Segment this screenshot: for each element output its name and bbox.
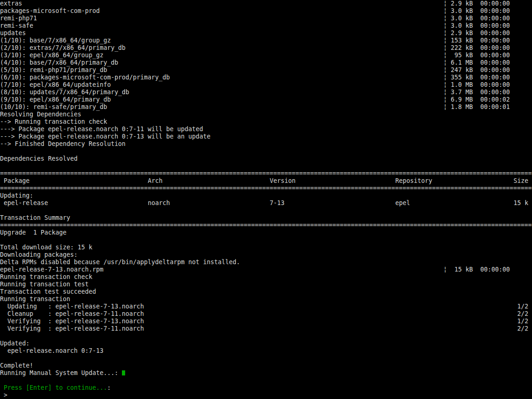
terminal-line: remi-safe¦ 3.0 kB 00:00:00 <box>0 22 532 30</box>
terminal-text: Verifying : epel-release-7-11.noarch <box>0 325 144 332</box>
terminal-screen[interactable]: extras¦ 2.9 kB 00:00:00packages-microsof… <box>0 0 532 399</box>
terminal-text: ¦ 2.9 kB 00:00:00 <box>443 30 510 37</box>
terminal-line: ========================================… <box>0 170 532 177</box>
progress-counter: 2/2 <box>517 325 528 332</box>
terminal-text: ---> Package epel-release.noarch 0:7-11 … <box>0 126 203 133</box>
terminal-text: Resolving Dependencies <box>0 111 81 118</box>
terminal-line: Resolving Dependencies <box>0 111 532 118</box>
terminal-text: : <box>107 384 111 392</box>
cell-package: epel-release <box>4 200 48 207</box>
terminal-line: (8/10): updates/7/x86_64/primary_db¦ 3.7… <box>0 89 532 96</box>
terminal-text: Verifying : epel-release-7-13.noarch <box>0 318 144 325</box>
terminal-text: Running Manual System Update...: <box>0 369 122 377</box>
terminal-line: Verifying : epel-release-7-11.noarch2/2 <box>0 325 532 332</box>
separator-line: ========================================… <box>0 222 532 229</box>
terminal-line: remi-php71¦ 3.0 kB 00:00:00 <box>0 15 532 22</box>
terminal-line: Running transaction <box>0 296 532 303</box>
terminal-line: Press [Enter] to continue...: <box>0 384 532 392</box>
terminal-text: Transaction test succeeded <box>0 288 96 296</box>
terminal-text: (10/10): remi-safe/primary_db <box>0 103 107 111</box>
terminal-text: (6/10): packages-microsoft-com-prod/prim… <box>0 74 170 81</box>
separator-line: ========================================… <box>0 170 532 177</box>
terminal-text: Total download size: 15 k <box>0 244 92 251</box>
terminal-text: epel-release.noarch 0:7-13 <box>0 347 103 355</box>
terminal-text: ¦ 3.0 kB 00:00:00 <box>443 22 510 30</box>
terminal-line: epel-releasenoarch7-13epel15 k <box>0 200 532 207</box>
terminal-line: (3/10): epel/x86_64/group_gz¦ 95 kB 00:0… <box>0 52 532 59</box>
column-header-arch: Arch <box>148 177 163 185</box>
terminal-text: Delta RPMs disabled because /usr/bin/app… <box>0 259 240 266</box>
terminal-text: ¦ 247 kB 00:00:00 <box>443 66 510 74</box>
terminal-line: (6/10): packages-microsoft-com-prod/prim… <box>0 74 532 81</box>
terminal-text: Running transaction <box>0 296 70 303</box>
terminal-text: remi-safe <box>0 22 33 30</box>
press-enter-prompt: Press [Enter] to continue... <box>0 384 107 392</box>
terminal-text: (2/10): extras/7/x86_64/primary_db <box>0 44 126 52</box>
terminal-line: Complete! <box>0 362 532 369</box>
terminal-text: Running transaction check <box>0 273 92 281</box>
terminal-text: --> Running transaction check <box>0 118 107 126</box>
terminal-line: packages-microsoft-com-prod¦ 3.0 kB 00:0… <box>0 7 532 15</box>
terminal-text: (1/10): base/7/x86_64/group_gz <box>0 37 111 44</box>
terminal-text: remi-php71 <box>0 15 37 22</box>
terminal-text: ¦ 95 kB 00:00:00 <box>443 52 510 59</box>
terminal-line: Upgrade 1 Package <box>0 229 532 236</box>
terminal-line: (1/10): base/7/x86_64/group_gz¦ 153 kB 0… <box>0 37 532 44</box>
terminal-text: extras <box>0 0 22 7</box>
terminal-text: (3/10): epel/x86_64/group_gz <box>0 52 103 59</box>
terminal-text: ---> Package epel-release.noarch 0:7-13 … <box>0 133 211 140</box>
terminal-text: ¦ 153 kB 00:00:00 <box>443 37 510 44</box>
terminal-text: Downloading packages: <box>0 251 78 259</box>
terminal-text: ¦ 6.1 MB 00:00:00 <box>443 59 510 66</box>
terminal-text: ¦ 2.9 kB 00:00:00 <box>443 0 510 7</box>
terminal-text: Running transaction test <box>0 281 89 288</box>
terminal-text: epel-release-7-13.noarch.rpm <box>0 266 103 273</box>
terminal-text: Updated: <box>0 340 30 347</box>
terminal-text: (8/10): updates/7/x86_64/primary_db <box>0 89 129 96</box>
terminal-line: PackageArchVersionRepositorySize <box>0 177 532 185</box>
cell-arch: noarch <box>148 200 170 207</box>
terminal-line: --> Finished Dependency Resolution <box>0 140 532 148</box>
terminal-text: ¦ 355 kB 00:00:00 <box>443 74 510 81</box>
column-header-size: Size <box>514 177 528 185</box>
terminal-line: epel-release.noarch 0:7-13 <box>0 347 532 355</box>
terminal-text: ¦ 1.0 MB 00:00:00 <box>443 81 510 89</box>
terminal-text: Cleanup : epel-release-7-11.noarch <box>0 310 144 318</box>
terminal-text: ¦ 15 kB 00:00:00 <box>443 266 510 273</box>
terminal-line: Transaction Summary <box>0 214 532 222</box>
progress-counter: 2/2 <box>517 310 528 318</box>
cursor-block-icon <box>122 370 125 375</box>
terminal-text: --> Finished Dependency Resolution <box>0 140 126 148</box>
terminal-line: (9/10): epel/x86_64/primary_db¦ 6.9 MB 0… <box>0 96 532 103</box>
terminal-line: (4/10): base/7/x86_64/primary_db¦ 6.1 MB… <box>0 59 532 66</box>
terminal-line: (5/10): remi-php71/primary_db¦ 247 kB 00… <box>0 66 532 74</box>
terminal-text: Complete! <box>0 362 33 369</box>
terminal-line: Verifying : epel-release-7-13.noarch1/2 <box>0 318 532 325</box>
terminal-text: Transaction Summary <box>0 214 70 222</box>
column-header-version: Version <box>270 177 296 185</box>
terminal-line: Updated: <box>0 340 532 347</box>
progress-counter: 1/2 <box>517 303 528 310</box>
terminal-text: (9/10): epel/x86_64/primary_db <box>0 96 111 103</box>
terminal-text: ¦ 222 kB 00:00:00 <box>443 44 510 52</box>
terminal-line: ========================================… <box>0 185 532 192</box>
terminal-line: Transaction test succeeded <box>0 288 532 296</box>
terminal-line: Dependencies Resolved <box>0 155 532 163</box>
terminal-text: Updating : epel-release-7-13.noarch <box>0 303 144 310</box>
terminal-text: Dependencies Resolved <box>0 155 78 163</box>
terminal-line: ---> Package epel-release.noarch 0:7-11 … <box>0 126 532 133</box>
terminal-line: Delta RPMs disabled because /usr/bin/app… <box>0 259 532 266</box>
cell-repository: epel <box>395 200 410 207</box>
terminal-line: epel-release-7-13.noarch.rpm¦ 15 kB 00:0… <box>0 266 532 273</box>
terminal-line: updates¦ 2.9 kB 00:00:00 <box>0 30 532 37</box>
terminal-text: ¦ 3.0 kB 00:00:00 <box>443 15 510 22</box>
terminal-line: extras¦ 2.9 kB 00:00:00 <box>0 0 532 7</box>
terminal-line: Running transaction check <box>0 273 532 281</box>
progress-counter: 1/2 <box>517 318 528 325</box>
terminal-line: ---> Package epel-release.noarch 0:7-13 … <box>0 133 532 140</box>
terminal-text: ¦ 3.0 kB 00:00:00 <box>443 7 510 15</box>
terminal-line: (7/10): epel/x86_64/updateinfo¦ 1.0 MB 0… <box>0 81 532 89</box>
terminal-line: (2/10): extras/7/x86_64/primary_db¦ 222 … <box>0 44 532 52</box>
separator-line: ========================================… <box>0 185 532 192</box>
terminal-text: Updating: <box>0 192 33 200</box>
